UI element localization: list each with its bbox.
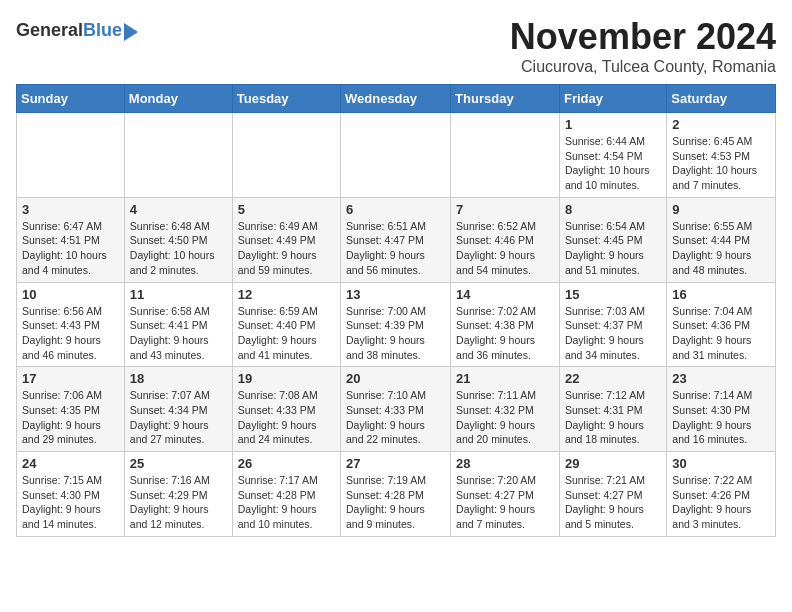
calendar-day-cell: 13Sunrise: 7:00 AM Sunset: 4:39 PM Dayli… (341, 282, 451, 367)
day-info: Sunrise: 7:12 AM Sunset: 4:31 PM Dayligh… (565, 388, 661, 447)
calendar-day-cell: 15Sunrise: 7:03 AM Sunset: 4:37 PM Dayli… (559, 282, 666, 367)
page-header: General Blue November 2024 Ciucurova, Tu… (16, 16, 776, 76)
day-number: 1 (565, 117, 661, 132)
calendar-table: SundayMondayTuesdayWednesdayThursdayFrid… (16, 84, 776, 537)
day-number: 12 (238, 287, 335, 302)
day-number: 29 (565, 456, 661, 471)
day-info: Sunrise: 7:14 AM Sunset: 4:30 PM Dayligh… (672, 388, 770, 447)
calendar-day-cell (124, 113, 232, 198)
calendar-day-cell: 23Sunrise: 7:14 AM Sunset: 4:30 PM Dayli… (667, 367, 776, 452)
day-number: 19 (238, 371, 335, 386)
calendar-day-cell (341, 113, 451, 198)
calendar-day-cell: 9Sunrise: 6:55 AM Sunset: 4:44 PM Daylig… (667, 197, 776, 282)
calendar-day-cell: 4Sunrise: 6:48 AM Sunset: 4:50 PM Daylig… (124, 197, 232, 282)
day-number: 11 (130, 287, 227, 302)
day-info: Sunrise: 6:49 AM Sunset: 4:49 PM Dayligh… (238, 219, 335, 278)
calendar-day-cell (451, 113, 560, 198)
calendar-day-cell: 3Sunrise: 6:47 AM Sunset: 4:51 PM Daylig… (17, 197, 125, 282)
calendar-day-cell: 2Sunrise: 6:45 AM Sunset: 4:53 PM Daylig… (667, 113, 776, 198)
day-number: 15 (565, 287, 661, 302)
day-info: Sunrise: 7:19 AM Sunset: 4:28 PM Dayligh… (346, 473, 445, 532)
calendar-week-row: 24Sunrise: 7:15 AM Sunset: 4:30 PM Dayli… (17, 452, 776, 537)
day-number: 30 (672, 456, 770, 471)
day-info: Sunrise: 7:00 AM Sunset: 4:39 PM Dayligh… (346, 304, 445, 363)
day-info: Sunrise: 7:07 AM Sunset: 4:34 PM Dayligh… (130, 388, 227, 447)
day-number: 24 (22, 456, 119, 471)
day-number: 8 (565, 202, 661, 217)
day-number: 17 (22, 371, 119, 386)
day-number: 4 (130, 202, 227, 217)
day-number: 28 (456, 456, 554, 471)
calendar-week-row: 3Sunrise: 6:47 AM Sunset: 4:51 PM Daylig… (17, 197, 776, 282)
calendar-day-cell: 20Sunrise: 7:10 AM Sunset: 4:33 PM Dayli… (341, 367, 451, 452)
calendar-day-cell (232, 113, 340, 198)
day-number: 10 (22, 287, 119, 302)
day-number: 25 (130, 456, 227, 471)
logo: General Blue (16, 20, 138, 41)
weekday-header: Wednesday (341, 85, 451, 113)
day-info: Sunrise: 6:58 AM Sunset: 4:41 PM Dayligh… (130, 304, 227, 363)
calendar-day-cell (17, 113, 125, 198)
day-info: Sunrise: 7:17 AM Sunset: 4:28 PM Dayligh… (238, 473, 335, 532)
day-number: 5 (238, 202, 335, 217)
calendar-day-cell: 8Sunrise: 6:54 AM Sunset: 4:45 PM Daylig… (559, 197, 666, 282)
day-info: Sunrise: 7:10 AM Sunset: 4:33 PM Dayligh… (346, 388, 445, 447)
day-number: 22 (565, 371, 661, 386)
day-number: 6 (346, 202, 445, 217)
calendar-day-cell: 21Sunrise: 7:11 AM Sunset: 4:32 PM Dayli… (451, 367, 560, 452)
day-info: Sunrise: 6:51 AM Sunset: 4:47 PM Dayligh… (346, 219, 445, 278)
day-number: 9 (672, 202, 770, 217)
day-number: 23 (672, 371, 770, 386)
calendar-day-cell: 17Sunrise: 7:06 AM Sunset: 4:35 PM Dayli… (17, 367, 125, 452)
day-info: Sunrise: 6:44 AM Sunset: 4:54 PM Dayligh… (565, 134, 661, 193)
day-info: Sunrise: 7:11 AM Sunset: 4:32 PM Dayligh… (456, 388, 554, 447)
day-info: Sunrise: 7:16 AM Sunset: 4:29 PM Dayligh… (130, 473, 227, 532)
calendar-day-cell: 7Sunrise: 6:52 AM Sunset: 4:46 PM Daylig… (451, 197, 560, 282)
day-info: Sunrise: 6:54 AM Sunset: 4:45 PM Dayligh… (565, 219, 661, 278)
calendar-day-cell: 12Sunrise: 6:59 AM Sunset: 4:40 PM Dayli… (232, 282, 340, 367)
calendar-day-cell: 30Sunrise: 7:22 AM Sunset: 4:26 PM Dayli… (667, 452, 776, 537)
location-subtitle: Ciucurova, Tulcea County, Romania (510, 58, 776, 76)
day-number: 16 (672, 287, 770, 302)
day-info: Sunrise: 7:08 AM Sunset: 4:33 PM Dayligh… (238, 388, 335, 447)
day-info: Sunrise: 6:59 AM Sunset: 4:40 PM Dayligh… (238, 304, 335, 363)
logo-general-text: General (16, 20, 83, 41)
day-number: 27 (346, 456, 445, 471)
calendar-day-cell: 28Sunrise: 7:20 AM Sunset: 4:27 PM Dayli… (451, 452, 560, 537)
day-info: Sunrise: 6:48 AM Sunset: 4:50 PM Dayligh… (130, 219, 227, 278)
day-info: Sunrise: 6:45 AM Sunset: 4:53 PM Dayligh… (672, 134, 770, 193)
day-info: Sunrise: 7:02 AM Sunset: 4:38 PM Dayligh… (456, 304, 554, 363)
calendar-day-cell: 27Sunrise: 7:19 AM Sunset: 4:28 PM Dayli… (341, 452, 451, 537)
calendar-day-cell: 16Sunrise: 7:04 AM Sunset: 4:36 PM Dayli… (667, 282, 776, 367)
calendar-day-cell: 5Sunrise: 6:49 AM Sunset: 4:49 PM Daylig… (232, 197, 340, 282)
calendar-day-cell: 6Sunrise: 6:51 AM Sunset: 4:47 PM Daylig… (341, 197, 451, 282)
weekday-header: Tuesday (232, 85, 340, 113)
day-number: 3 (22, 202, 119, 217)
day-info: Sunrise: 6:55 AM Sunset: 4:44 PM Dayligh… (672, 219, 770, 278)
day-number: 7 (456, 202, 554, 217)
calendar-day-cell: 18Sunrise: 7:07 AM Sunset: 4:34 PM Dayli… (124, 367, 232, 452)
calendar-day-cell: 1Sunrise: 6:44 AM Sunset: 4:54 PM Daylig… (559, 113, 666, 198)
month-year-title: November 2024 (510, 16, 776, 58)
weekday-header: Sunday (17, 85, 125, 113)
day-info: Sunrise: 7:04 AM Sunset: 4:36 PM Dayligh… (672, 304, 770, 363)
calendar-week-row: 17Sunrise: 7:06 AM Sunset: 4:35 PM Dayli… (17, 367, 776, 452)
calendar-week-row: 1Sunrise: 6:44 AM Sunset: 4:54 PM Daylig… (17, 113, 776, 198)
day-info: Sunrise: 7:03 AM Sunset: 4:37 PM Dayligh… (565, 304, 661, 363)
calendar-day-cell: 25Sunrise: 7:16 AM Sunset: 4:29 PM Dayli… (124, 452, 232, 537)
logo-blue-text: Blue (83, 20, 122, 41)
day-number: 2 (672, 117, 770, 132)
calendar-day-cell: 26Sunrise: 7:17 AM Sunset: 4:28 PM Dayli… (232, 452, 340, 537)
calendar-day-cell: 10Sunrise: 6:56 AM Sunset: 4:43 PM Dayli… (17, 282, 125, 367)
day-info: Sunrise: 7:22 AM Sunset: 4:26 PM Dayligh… (672, 473, 770, 532)
day-number: 26 (238, 456, 335, 471)
calendar-day-cell: 14Sunrise: 7:02 AM Sunset: 4:38 PM Dayli… (451, 282, 560, 367)
day-number: 18 (130, 371, 227, 386)
calendar-day-cell: 29Sunrise: 7:21 AM Sunset: 4:27 PM Dayli… (559, 452, 666, 537)
weekday-header: Friday (559, 85, 666, 113)
day-info: Sunrise: 7:06 AM Sunset: 4:35 PM Dayligh… (22, 388, 119, 447)
day-info: Sunrise: 6:52 AM Sunset: 4:46 PM Dayligh… (456, 219, 554, 278)
calendar-week-row: 10Sunrise: 6:56 AM Sunset: 4:43 PM Dayli… (17, 282, 776, 367)
logo-arrow-icon (124, 23, 138, 41)
day-info: Sunrise: 7:15 AM Sunset: 4:30 PM Dayligh… (22, 473, 119, 532)
